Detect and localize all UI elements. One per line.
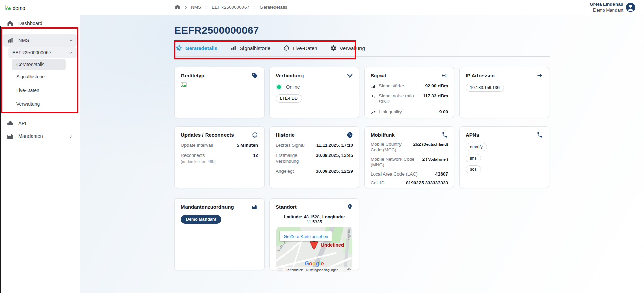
coordinates: Latitude: 48.1528, Longitude: 11.5335	[276, 214, 353, 224]
sidebar-item-label: Signalhistorie	[16, 74, 45, 79]
breadcrumb-nms[interactable]: NMS	[191, 5, 201, 10]
gear-icon	[330, 45, 337, 51]
tab-verwaltung[interactable]: Verwaltung	[330, 45, 365, 51]
chevron-down-icon	[69, 38, 73, 43]
cloud-icon	[7, 120, 14, 127]
sidebar-item-label: Verwaltung	[16, 101, 40, 107]
page-content: EEFR2500000067 Gerätedetails Signalhisto…	[80, 15, 644, 293]
reconnects-row: Reconnects(in den letzten 48h) 12	[181, 153, 258, 164]
sidebar-item-signalhistorie[interactable]: Signalhistorie	[12, 71, 66, 83]
chevron-right-icon	[69, 134, 73, 139]
sidebar-item-verwaltung[interactable]: Verwaltung	[12, 98, 66, 110]
card-title: Mobilfunk	[371, 132, 395, 138]
card-title: Signal	[371, 73, 386, 78]
mcc-row: Mobile Country Code (MCC) 262 (Deutschla…	[371, 142, 448, 153]
keyboard-icon[interactable]	[278, 268, 282, 272]
user-avatar-icon[interactable]	[626, 3, 635, 12]
lac-row: Local Area Code (LAC) 43607	[371, 171, 448, 177]
user-name: Greta Lindenau	[590, 2, 623, 7]
app-window: demo Dashboard NMS EEFR2500000067 Geräte	[0, 0, 644, 293]
card-ip-adressen: IP Adressen 10.183.156.136	[459, 67, 549, 118]
sidebar-item-livedaten[interactable]: Live-Daten	[12, 85, 66, 96]
card-row-3: Mandantenzuordnung Demo Mandant Standort	[174, 198, 550, 270]
map-larger-link[interactable]: Größere Karte ansehen	[284, 234, 328, 239]
mnc-row: Mobile Network Code (MNC) 2 ( Vodafone )	[371, 157, 448, 168]
chevron-down-icon	[68, 50, 73, 55]
card-title: Mandantenzuordnung	[181, 204, 234, 210]
map-attribution-data[interactable]: Kartendaten	[286, 268, 303, 272]
last-signal-row: Letztes Signal 11.11.2025, 17:10	[276, 143, 353, 148]
tab-bar: Gerätedetails Signalhistorie Live-Daten	[174, 40, 550, 57]
card-title: Historie	[276, 132, 295, 138]
annotation-edge-line	[0, 26, 1, 293]
sidebar-item-label: Live-Daten	[16, 88, 39, 93]
clock-icon	[347, 132, 353, 138]
card-title: Standort	[276, 204, 297, 210]
ip-address-badge: 10.183.156.136	[466, 84, 504, 92]
user-block: Greta Lindenau Demo Mandant	[590, 2, 635, 13]
user-tenant: Demo Mandant	[590, 7, 623, 13]
app-logo[interactable]: demo	[0, 0, 80, 15]
trend-up-icon	[371, 110, 376, 115]
chevron-right-icon	[204, 5, 208, 9]
reconnects-sub-label: (in den letzten 48h)	[181, 159, 216, 164]
breadcrumb-current: Gerätedetails	[260, 5, 287, 10]
tab-label: Gerätedetails	[185, 45, 217, 51]
card-verbindung: Verbindung Online LTE-FDD	[269, 67, 359, 118]
card-updates-reconnects: Updates / Reconnects Update Intervall 5 …	[174, 126, 265, 188]
sidebar-item-mandanten[interactable]: Mandanten	[3, 130, 77, 142]
tab-geraetedetails[interactable]: Gerätedetails	[176, 45, 217, 51]
first-connection-row: Erstmalige Verbindung 30.09.2025, 13:45	[276, 153, 353, 164]
breadcrumb-home-icon[interactable]	[175, 4, 180, 11]
card-title: Verbindung	[276, 73, 304, 78]
card-apns: APNs emnify ims sos	[459, 126, 549, 188]
apn-badge: emnify	[466, 143, 487, 151]
chevron-right-icon	[184, 5, 188, 9]
tenant-badge: Demo Mandant	[181, 215, 221, 224]
card-mandantenzuordnung: Mandantenzuordnung Demo Mandant	[174, 198, 265, 270]
sidebar-item-geraetedetails[interactable]: Gerätedetails	[12, 59, 66, 70]
card-title: APNs	[466, 132, 479, 138]
copyright-icon[interactable]	[347, 268, 351, 272]
google-map[interactable]: Gustav-Falke-Str. msallee Undefined Größ…	[276, 227, 352, 272]
phone-icon	[442, 132, 448, 138]
update-interval-row: Update Intervall 5 Minuten	[181, 143, 258, 148]
sparkles-icon	[371, 94, 376, 99]
tab-label: Signalhistorie	[240, 45, 270, 51]
card-standort: Standort Latitude: 48.1528, Longitude: 1…	[269, 198, 359, 270]
card-title: IP Adressen	[466, 73, 495, 78]
sidebar-item-dashboard[interactable]: Dashboard	[3, 17, 77, 30]
sidebar-item-api[interactable]: API	[3, 117, 77, 129]
card-row-1: Gerätetyp Verbindung	[174, 67, 550, 118]
created-row: Angelegt 30.09.2025, 12:29	[276, 169, 353, 175]
sidebar-item-label: API	[18, 121, 26, 126]
network-type-badge: LTE-FDD	[276, 94, 302, 103]
tab-label: Verwaltung	[340, 45, 365, 51]
card-signal: Signal Signalstärke -92.00 dBm	[364, 67, 454, 118]
breadcrumb: NMS EEFR2500000067 Gerätedetails	[175, 4, 287, 11]
sidebar-item-label: Dashboard	[18, 21, 42, 26]
card-row-2: Updates / Reconnects Update Intervall 5 …	[174, 126, 550, 188]
card-mobilfunk: Mobilfunk Mobile Country Code (MCC) 262 …	[364, 126, 454, 188]
status-label: Online	[286, 84, 300, 90]
breadcrumb-device[interactable]: EEFR2500000067	[212, 5, 249, 10]
map-attribution-terms[interactable]: Nutzungsbedingungen	[306, 268, 338, 272]
map-attribution: Kartendaten Nutzungsbedingungen	[276, 267, 352, 272]
tab-signalhistorie[interactable]: Signalhistorie	[230, 45, 270, 51]
card-title: Updates / Reconnects	[181, 132, 234, 138]
arrow-right-icon	[536, 72, 543, 79]
signal-row-strength: Signalstärke -92.00 dBm	[371, 83, 448, 89]
home-icon	[7, 20, 14, 27]
tab-livedaten[interactable]: Live-Daten	[283, 45, 317, 51]
sidebar-item-label: NMS	[18, 38, 29, 43]
bar-chart-icon	[7, 37, 14, 44]
tab-label: Live-Daten	[293, 45, 317, 51]
apn-badge: ims	[466, 154, 481, 162]
wifi-icon	[347, 72, 353, 79]
chip-icon	[176, 45, 182, 51]
sidebar-item-device[interactable]: EEFR2500000067	[8, 47, 77, 58]
signal-row-sinr: Signal noise ratio SINR 117.33 dBm	[371, 93, 448, 105]
refresh-icon	[283, 45, 290, 51]
broadcast-icon	[442, 72, 448, 79]
sidebar-item-nms[interactable]: NMS	[3, 34, 77, 47]
